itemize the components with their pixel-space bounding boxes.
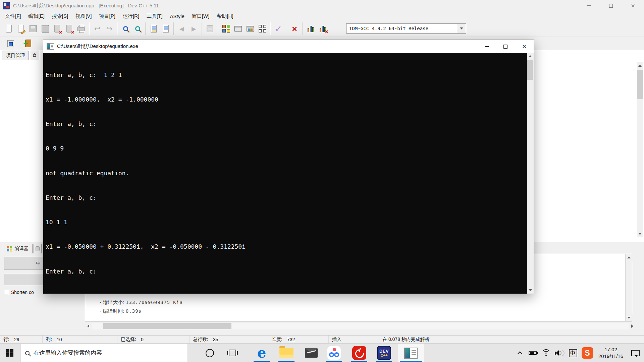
minimize-button[interactable] (578, 0, 600, 11)
profile-button[interactable] (305, 22, 317, 35)
insert-snippet-button[interactable] (160, 22, 172, 35)
menu-help[interactable]: 帮助[H] (213, 11, 237, 21)
maximize-button[interactable] (600, 0, 622, 11)
redo-icon: ↪ (106, 25, 112, 33)
scroll-left-button[interactable] (85, 323, 92, 329)
task-view-button[interactable] (223, 344, 241, 362)
taskbar-app-console-active[interactable] (398, 344, 424, 362)
log-vertical-scrollbar[interactable] (625, 254, 632, 321)
battery-status[interactable] (526, 344, 539, 362)
find-button[interactable] (119, 22, 131, 35)
maximize-button[interactable] (496, 40, 515, 53)
open-file-button[interactable] (15, 22, 27, 35)
sogou-tray[interactable]: S (580, 344, 595, 362)
close-button[interactable]: × (622, 0, 644, 11)
scroll-up-button[interactable] (637, 62, 643, 69)
profile-delete-button[interactable]: × (317, 22, 329, 35)
scrollbar-thumb[interactable] (527, 60, 533, 80)
run-button[interactable] (232, 22, 244, 35)
save-button[interactable] (27, 22, 39, 35)
tab-project-manager[interactable]: 项目管理 (2, 51, 29, 60)
goto-declaration-button[interactable] (204, 22, 216, 35)
taskbar-search[interactable] (20, 344, 187, 362)
chevron-up-icon (518, 351, 522, 356)
log-horizontal-scrollbar[interactable] (85, 323, 636, 329)
menu-view[interactable]: 视图[V] (72, 11, 95, 21)
goto-function-button[interactable] (148, 22, 160, 35)
new-file-button[interactable] (3, 22, 15, 35)
back-button[interactable]: ◀ (176, 22, 188, 35)
debug-button[interactable]: ✓ (272, 22, 284, 35)
menu-bar: 文件[F] 编辑[E] 搜索[S] 视图[V] 项目[P] 运行[R] 工具[T… (0, 11, 644, 21)
volume-status[interactable] (553, 344, 566, 362)
console-scrollbar[interactable] (527, 53, 534, 294)
close-all-button[interactable]: × (63, 22, 75, 35)
scroll-down-button[interactable] (637, 231, 643, 237)
tab-hidden-stub[interactable] (34, 244, 42, 253)
taskbar-app-netease-music[interactable] (347, 344, 372, 362)
cortana-icon (206, 349, 214, 357)
scroll-down-button[interactable] (527, 287, 534, 294)
ime-indicator[interactable]: 中 (566, 344, 580, 362)
shorten-paths-option[interactable]: Shorten co (4, 290, 34, 295)
tab-class-viewer[interactable]: 查 (30, 51, 39, 60)
close-file-button[interactable]: × (51, 22, 63, 35)
cortana-button[interactable] (201, 344, 219, 362)
triangle-up-icon (529, 55, 532, 57)
network-status[interactable] (539, 344, 553, 362)
replace-button[interactable] (131, 22, 144, 35)
tray-expand-button[interactable] (513, 344, 526, 362)
tab-compiler[interactable]: 编译器 (3, 244, 33, 253)
menu-tools[interactable]: 工具[T] (143, 11, 166, 21)
scrollbar-thumb[interactable] (637, 70, 643, 99)
print-button[interactable] (75, 22, 87, 35)
menu-astyle[interactable]: AStyle (166, 11, 188, 21)
taskbar-app-mail[interactable] (299, 344, 324, 362)
editor-vertical-scrollbar[interactable] (637, 62, 643, 237)
compiler-dropdown-button[interactable] (457, 24, 466, 33)
minimize-button[interactable] (477, 40, 496, 53)
stop-execution-button[interactable]: × (288, 22, 301, 35)
minimize-icon (485, 46, 489, 47)
console-window[interactable]: C:\Users\叶航\Desktop\equation.exe × Enter… (43, 40, 534, 294)
redo-button[interactable]: ↪ (103, 22, 115, 35)
search-input[interactable] (34, 350, 178, 356)
menu-file[interactable]: 文件[F] (1, 11, 25, 21)
scroll-up-button[interactable] (527, 53, 534, 60)
checkbox-icon[interactable] (4, 290, 9, 295)
clock[interactable]: 17:02 2019/11/16 (595, 344, 627, 362)
taskbar-app-devcpp[interactable]: DEVC++ (372, 344, 396, 362)
console-output[interactable]: Enter a, b, c: 1 2 1 x1 = -1.000000, x2 … (43, 53, 534, 294)
main-titlebar: C:\Users\叶航\Desktop\equation.cpp - [Exec… (0, 0, 644, 11)
insert-snippet-icon (163, 25, 169, 33)
compile-button[interactable] (220, 22, 232, 35)
forward-button[interactable]: ▶ (188, 22, 200, 35)
triangle-left-icon (87, 324, 89, 328)
menu-search[interactable]: 搜索[S] (48, 11, 72, 21)
console-line: Enter a, b, c: (46, 120, 246, 128)
insert-button[interactable] (5, 37, 17, 50)
scroll-down-button[interactable] (626, 314, 632, 321)
scroll-up-button[interactable] (626, 254, 632, 261)
compiler-profile-select[interactable]: TDM-GCC 4.9.2 64-bit Release (346, 23, 466, 34)
compile-run-button[interactable] (244, 22, 256, 35)
menu-run[interactable]: 运行[R] (119, 11, 143, 21)
console-line: x1 = -1.000000, x2 = -1.000000 (46, 96, 246, 104)
save-all-button[interactable] (39, 22, 51, 35)
scroll-right-button[interactable] (629, 323, 636, 329)
taskbar-app-edge[interactable]: e (249, 344, 274, 362)
menu-window[interactable]: 窗口[W] (188, 11, 213, 21)
start-button[interactable] (0, 344, 19, 362)
taskbar-app-file-explorer[interactable] (274, 344, 299, 362)
clock-date: 2019/11/16 (598, 353, 623, 360)
action-center-button[interactable] (627, 344, 644, 362)
scrollbar-thumb[interactable] (103, 323, 231, 329)
close-button[interactable]: × (515, 40, 534, 53)
rebuild-all-button[interactable] (256, 22, 268, 35)
add-bookmark-button[interactable]: + (22, 37, 34, 50)
ime-icon: 中 (569, 349, 577, 357)
undo-button[interactable]: ↩ (91, 22, 103, 35)
menu-edit[interactable]: 编辑[E] (25, 11, 48, 21)
menu-project[interactable]: 项目[P] (96, 11, 119, 21)
taskbar-app-baidu-netdisk[interactable] (322, 344, 346, 362)
